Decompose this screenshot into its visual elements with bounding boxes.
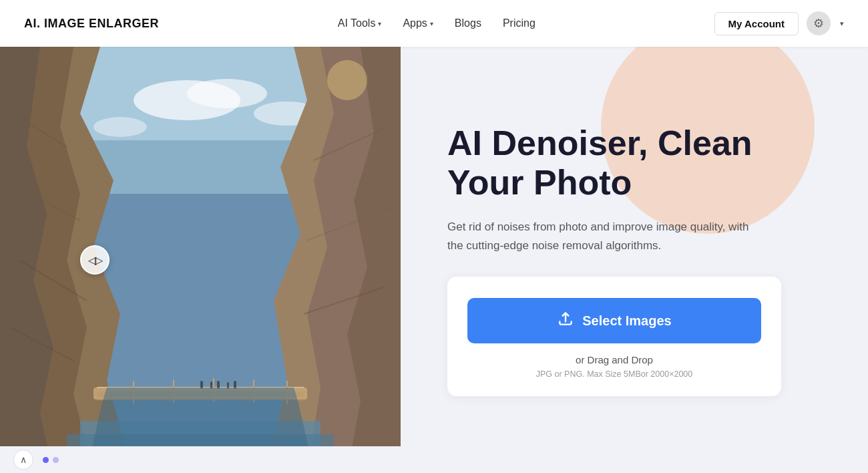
chevron-up-icon: ∧: [20, 454, 27, 465]
svg-point-6: [93, 117, 147, 137]
upload-icon: [557, 310, 574, 331]
upload-box: Select Images or Drag and Drop JPG or PN…: [447, 277, 781, 396]
dot-1[interactable]: [43, 457, 49, 463]
nav-item-apps[interactable]: Apps ▾: [403, 17, 433, 29]
avatar-chevron-icon: ▾: [840, 19, 844, 28]
logo: AI. IMAGE ENLARGER: [24, 17, 159, 31]
svg-point-30: [327, 60, 367, 100]
apps-chevron-icon: ▾: [430, 20, 433, 27]
slider-arrows-icon: ◁▷: [88, 254, 101, 267]
hero-title: AI Denoiser, Clean Your Photo: [447, 124, 828, 204]
select-images-label: Select Images: [582, 313, 671, 329]
hero-section: ◁▷ AI Denoiser, Clean Your Photo Get rid…: [0, 47, 868, 473]
hero-content-panel: AI Denoiser, Clean Your Photo Get rid of…: [401, 47, 868, 473]
gear-icon: ⚙: [813, 16, 824, 31]
hero-image-panel: ◁▷: [0, 47, 401, 473]
ai-tools-chevron-icon: ▾: [378, 20, 381, 27]
nav-ai-tools-label: AI Tools: [338, 17, 376, 29]
drag-drop-text: or Drag and Drop: [467, 354, 761, 365]
nav-pricing-label: Pricing: [503, 17, 535, 29]
hero-text-content: AI Denoiser, Clean Your Photo Get rid of…: [447, 124, 828, 397]
navbar: AI. IMAGE ENLARGER AI Tools ▾ Apps ▾ Blo…: [0, 0, 868, 47]
scroll-up-button[interactable]: ∧: [13, 450, 33, 470]
nav-item-blogs[interactable]: Blogs: [455, 17, 481, 29]
canyon-image: [0, 47, 401, 473]
select-images-button[interactable]: Select Images: [467, 298, 761, 343]
carousel-dots: [43, 457, 59, 463]
nav-links: AI Tools ▾ Apps ▾ Blogs Pricing: [338, 17, 535, 29]
avatar[interactable]: ⚙: [807, 11, 831, 35]
svg-point-4: [187, 79, 267, 108]
file-hint-text: JPG or PNG. Max Size 5MBor 2000×2000: [467, 369, 761, 379]
bottom-bar: ∧: [0, 446, 868, 473]
hero-subtitle: Get rid of noises from photo and improve…: [447, 218, 754, 255]
nav-blogs-label: Blogs: [455, 17, 481, 29]
nav-apps-label: Apps: [403, 17, 427, 29]
image-comparison-slider[interactable]: ◁▷: [80, 245, 110, 275]
my-account-button[interactable]: My Account: [714, 12, 799, 35]
nav-item-pricing[interactable]: Pricing: [503, 17, 535, 29]
nav-item-ai-tools[interactable]: AI Tools ▾: [338, 17, 382, 29]
nav-right: My Account ⚙ ▾: [714, 11, 844, 35]
dot-2[interactable]: [53, 457, 59, 463]
